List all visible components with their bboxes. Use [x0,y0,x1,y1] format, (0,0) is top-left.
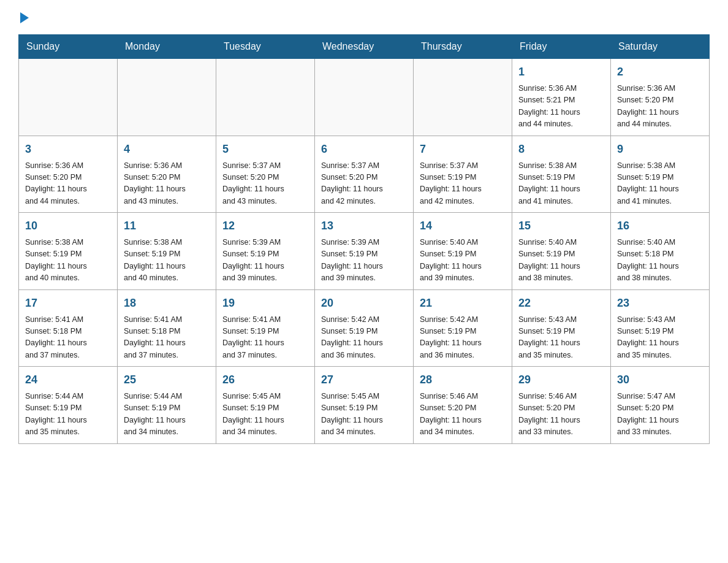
day-info: Sunrise: 5:37 AM Sunset: 5:20 PM Dayligh… [321,160,407,208]
day-info: Sunrise: 5:38 AM Sunset: 5:19 PM Dayligh… [617,160,703,208]
day-info: Sunrise: 5:47 AM Sunset: 5:20 PM Dayligh… [617,391,703,439]
logo [18,12,29,23]
calendar-cell: 24Sunrise: 5:44 AM Sunset: 5:19 PM Dayli… [19,367,118,444]
day-info: Sunrise: 5:45 AM Sunset: 5:19 PM Dayligh… [321,391,407,439]
week-row-3: 10Sunrise: 5:38 AM Sunset: 5:19 PM Dayli… [19,213,710,290]
day-number: 16 [617,218,703,234]
day-number: 17 [25,295,111,312]
weekday-header-sunday: Sunday [19,35,118,59]
day-number: 23 [617,295,703,312]
calendar-cell: 6Sunrise: 5:37 AM Sunset: 5:20 PM Daylig… [315,136,414,213]
day-info: Sunrise: 5:40 AM Sunset: 5:18 PM Dayligh… [617,237,703,285]
day-info: Sunrise: 5:41 AM Sunset: 5:18 PM Dayligh… [124,314,210,362]
day-number: 30 [617,372,703,388]
calendar-cell: 15Sunrise: 5:40 AM Sunset: 5:19 PM Dayli… [512,213,611,290]
calendar-cell: 21Sunrise: 5:42 AM Sunset: 5:19 PM Dayli… [414,289,512,367]
day-info: Sunrise: 5:36 AM Sunset: 5:20 PM Dayligh… [25,160,111,208]
day-info: Sunrise: 5:46 AM Sunset: 5:20 PM Dayligh… [518,391,604,439]
calendar-cell: 9Sunrise: 5:38 AM Sunset: 5:19 PM Daylig… [611,136,710,213]
weekday-header-friday: Friday [512,35,611,59]
calendar-cell [216,59,315,136]
weekday-header-tuesday: Tuesday [216,35,315,59]
calendar-cell: 25Sunrise: 5:44 AM Sunset: 5:19 PM Dayli… [118,367,216,444]
day-number: 20 [321,295,407,312]
week-row-4: 17Sunrise: 5:41 AM Sunset: 5:18 PM Dayli… [19,289,710,367]
week-row-5: 24Sunrise: 5:44 AM Sunset: 5:19 PM Dayli… [19,367,710,444]
day-info: Sunrise: 5:38 AM Sunset: 5:19 PM Dayligh… [124,237,210,285]
day-info: Sunrise: 5:36 AM Sunset: 5:21 PM Dayligh… [518,83,604,131]
page-header [18,12,710,23]
calendar-cell: 2Sunrise: 5:36 AM Sunset: 5:20 PM Daylig… [611,59,710,136]
day-info: Sunrise: 5:38 AM Sunset: 5:19 PM Dayligh… [518,160,604,208]
calendar-cell: 26Sunrise: 5:45 AM Sunset: 5:19 PM Dayli… [216,367,315,444]
day-number: 1 [518,64,604,80]
day-info: Sunrise: 5:37 AM Sunset: 5:20 PM Dayligh… [222,160,308,208]
calendar-cell: 20Sunrise: 5:42 AM Sunset: 5:19 PM Dayli… [315,289,414,367]
day-number: 12 [222,218,308,234]
calendar-cell: 13Sunrise: 5:39 AM Sunset: 5:19 PM Dayli… [315,213,414,290]
calendar-cell [414,59,512,136]
calendar-cell: 3Sunrise: 5:36 AM Sunset: 5:20 PM Daylig… [19,136,118,213]
day-number: 29 [518,372,604,388]
day-info: Sunrise: 5:44 AM Sunset: 5:19 PM Dayligh… [25,391,111,439]
day-info: Sunrise: 5:44 AM Sunset: 5:19 PM Dayligh… [124,391,210,439]
day-info: Sunrise: 5:40 AM Sunset: 5:19 PM Dayligh… [420,237,506,285]
day-info: Sunrise: 5:43 AM Sunset: 5:19 PM Dayligh… [617,314,703,362]
day-number: 15 [518,218,604,234]
weekday-header-saturday: Saturday [611,35,710,59]
day-number: 25 [124,372,210,388]
calendar-cell: 8Sunrise: 5:38 AM Sunset: 5:19 PM Daylig… [512,136,611,213]
calendar-cell: 29Sunrise: 5:46 AM Sunset: 5:20 PM Dayli… [512,367,611,444]
weekday-header-row: SundayMondayTuesdayWednesdayThursdayFrid… [19,35,710,59]
calendar-cell [315,59,414,136]
day-number: 22 [518,295,604,312]
day-number: 13 [321,218,407,234]
day-info: Sunrise: 5:40 AM Sunset: 5:19 PM Dayligh… [518,237,604,285]
day-number: 19 [222,295,308,312]
day-info: Sunrise: 5:41 AM Sunset: 5:19 PM Dayligh… [222,314,308,362]
weekday-header-wednesday: Wednesday [315,35,414,59]
day-info: Sunrise: 5:36 AM Sunset: 5:20 PM Dayligh… [124,160,210,208]
day-number: 26 [222,372,308,388]
day-info: Sunrise: 5:46 AM Sunset: 5:20 PM Dayligh… [420,391,506,439]
day-number: 10 [25,218,111,234]
day-info: Sunrise: 5:39 AM Sunset: 5:19 PM Dayligh… [321,237,407,285]
day-info: Sunrise: 5:42 AM Sunset: 5:19 PM Dayligh… [420,314,506,362]
day-number: 5 [222,141,308,158]
calendar-cell: 30Sunrise: 5:47 AM Sunset: 5:20 PM Dayli… [611,367,710,444]
day-number: 9 [617,141,703,158]
calendar-cell: 4Sunrise: 5:36 AM Sunset: 5:20 PM Daylig… [118,136,216,213]
calendar-cell: 17Sunrise: 5:41 AM Sunset: 5:18 PM Dayli… [19,289,118,367]
day-number: 14 [420,218,506,234]
week-row-1: 1Sunrise: 5:36 AM Sunset: 5:21 PM Daylig… [19,59,710,136]
day-number: 6 [321,141,407,158]
calendar-cell: 14Sunrise: 5:40 AM Sunset: 5:19 PM Dayli… [414,213,512,290]
day-number: 3 [25,141,111,158]
day-number: 27 [321,372,407,388]
day-number: 4 [124,141,210,158]
calendar-cell [118,59,216,136]
calendar-cell: 18Sunrise: 5:41 AM Sunset: 5:18 PM Dayli… [118,289,216,367]
day-info: Sunrise: 5:45 AM Sunset: 5:19 PM Dayligh… [222,391,308,439]
day-number: 18 [124,295,210,312]
calendar-cell: 7Sunrise: 5:37 AM Sunset: 5:19 PM Daylig… [414,136,512,213]
day-number: 21 [420,295,506,312]
day-number: 24 [25,372,111,388]
calendar-cell: 27Sunrise: 5:45 AM Sunset: 5:19 PM Dayli… [315,367,414,444]
calendar-cell: 1Sunrise: 5:36 AM Sunset: 5:21 PM Daylig… [512,59,611,136]
day-number: 11 [124,218,210,234]
day-number: 28 [420,372,506,388]
day-number: 7 [420,141,506,158]
day-info: Sunrise: 5:37 AM Sunset: 5:19 PM Dayligh… [420,160,506,208]
calendar-cell: 22Sunrise: 5:43 AM Sunset: 5:19 PM Dayli… [512,289,611,367]
calendar-table: SundayMondayTuesdayWednesdayThursdayFrid… [18,34,710,444]
calendar-cell: 12Sunrise: 5:39 AM Sunset: 5:19 PM Dayli… [216,213,315,290]
calendar-cell: 16Sunrise: 5:40 AM Sunset: 5:18 PM Dayli… [611,213,710,290]
calendar-cell: 11Sunrise: 5:38 AM Sunset: 5:19 PM Dayli… [118,213,216,290]
day-info: Sunrise: 5:39 AM Sunset: 5:19 PM Dayligh… [222,237,308,285]
calendar-cell: 10Sunrise: 5:38 AM Sunset: 5:19 PM Dayli… [19,213,118,290]
calendar-cell [19,59,118,136]
day-number: 2 [617,64,703,80]
calendar-cell: 19Sunrise: 5:41 AM Sunset: 5:19 PM Dayli… [216,289,315,367]
day-info: Sunrise: 5:43 AM Sunset: 5:19 PM Dayligh… [518,314,604,362]
